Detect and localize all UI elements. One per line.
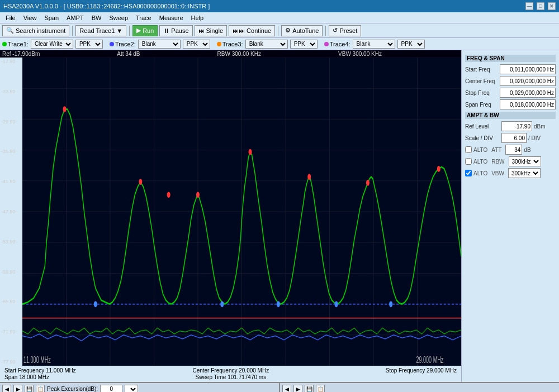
search-instrument-button[interactable]: 🔍 Search instrument [2, 25, 69, 36]
chart-container: Ref -17.90dBm Att 34 dB RBW 300.00 KHz V… [0, 50, 461, 382]
valleys-toolbar: ◀ ▶ 💾 📋 [280, 383, 559, 392]
peaks-save-button[interactable]: 💾 [25, 385, 34, 393]
span-freq-input[interactable] [500, 99, 556, 109]
svg-point-36 [335, 301, 338, 307]
trace2-dot [110, 42, 114, 46]
valleys-copy-button[interactable]: 📋 [316, 385, 325, 393]
auto-att-label: ALTO [473, 147, 487, 153]
rbw-label: RBW [491, 159, 504, 165]
rbw-select[interactable]: 300kHz100kHz30kHz [509, 156, 541, 166]
auto-rbw-checkbox[interactable] [465, 158, 472, 165]
menu-measure[interactable]: Measure [156, 14, 187, 22]
auto-vbw-checkbox[interactable] [465, 170, 472, 176]
menu-bw[interactable]: BW [88, 14, 105, 22]
auto-rbw-label: ALTO [473, 159, 487, 165]
trace3-label: Trace3: [217, 41, 243, 47]
svg-point-31 [366, 180, 369, 186]
bottom-area: ◀ ▶ 💾 📋 Peak Excursion(dB): Peak Number … [0, 382, 559, 392]
maximize-button[interactable]: □ [537, 2, 544, 10]
scale-div-row: Scale / DIV / DIV [465, 133, 556, 143]
menu-help[interactable]: Help [188, 14, 207, 22]
trace3-detect-select[interactable]: PPKRMS [290, 40, 318, 49]
continue-button[interactable]: ⏭⏭ Continue [229, 25, 275, 36]
stop-freq-label: Stop Freq [465, 90, 498, 96]
center-freq-input[interactable] [500, 76, 556, 86]
peaks-prev-button[interactable]: ◀ [2, 385, 11, 393]
trace3-name: Trace3: [222, 41, 243, 47]
trace2-name: Trace2: [115, 41, 136, 47]
trace2-detect-select[interactable]: PPKRMS [183, 40, 210, 49]
menu-bar: File View Span AMPT BW Sweep Trace Measu… [0, 12, 559, 23]
freq-info-left: Start Frequency 11.000 MHz Span 18.000 M… [4, 367, 76, 380]
stop-freq-label: Stop Frequency 29.000 MHz [386, 367, 457, 374]
trace1-detect-select[interactable]: PPKRMSAVG [75, 40, 103, 49]
run-button[interactable]: ▶ Run [132, 25, 158, 36]
minimize-button[interactable]: — [525, 2, 533, 10]
peaks-panel: ◀ ▶ 💾 📋 Peak Excursion(dB): Peak Number … [0, 383, 280, 392]
right-panel: FREQ & SPAN Start Freq Center Freq Stop … [461, 50, 559, 382]
span-freq-label: Span Freq [465, 102, 498, 108]
trace1-dot [2, 42, 7, 46]
ref-level-input[interactable] [501, 121, 532, 131]
menu-trace[interactable]: Trace [132, 14, 155, 22]
att-input[interactable] [505, 145, 522, 155]
ref-level-label: Ref -17.90dBm [2, 51, 40, 57]
preset-button[interactable]: ↺ Preset [329, 25, 361, 36]
svg-point-26 [139, 179, 142, 185]
trace2-mode-select[interactable]: BlankClear Write [138, 40, 181, 49]
peaks-next-button[interactable]: ▶ [13, 385, 22, 393]
svg-point-32 [437, 166, 440, 172]
trace3-mode-select[interactable]: BlankClear Write [245, 40, 288, 49]
start-freq-row: Start Freq [465, 64, 556, 74]
valleys-next-button[interactable]: ▶ [293, 385, 302, 393]
menu-sweep[interactable]: Sweep [106, 14, 131, 22]
trace3-dot [217, 42, 221, 46]
valleys-save-button[interactable]: 💾 [305, 385, 314, 393]
pause-icon: ⏸ [163, 27, 169, 34]
stop-freq-row: Stop Freq [465, 88, 556, 98]
auto-att-checkbox[interactable] [465, 146, 472, 153]
ampt-bw-section-title: AMPT & BW [465, 112, 556, 119]
start-freq-input[interactable] [500, 64, 556, 74]
trace4-mode-select[interactable]: BlankClear Write [353, 40, 395, 49]
pause-button[interactable]: ⏸ Pause [159, 25, 192, 36]
freq-span-section-title: FREQ & SPAN [465, 55, 556, 62]
svg-point-25 [63, 106, 66, 112]
svg-point-33 [94, 301, 97, 307]
single-button[interactable]: ⏭ Single [195, 25, 228, 36]
start-freq-label: Start Frequency 11.000 MHz [4, 367, 76, 374]
rbw-row: ALTO RBW 300kHz100kHz30kHz [465, 156, 556, 166]
menu-span[interactable]: Span [41, 14, 62, 22]
single-icon: ⏭ [198, 27, 205, 34]
trace1-label: Trace1: [2, 41, 29, 47]
freq-info-bar: Start Frequency 11.000 MHz Span 18.000 M… [0, 366, 461, 382]
vbw-select[interactable]: 300kHz100kHz30kHz [508, 168, 541, 178]
center-freq-row: Center Freq [465, 76, 556, 86]
menu-view[interactable]: View [20, 14, 40, 22]
trace1-mode-select[interactable]: Clear WriteBlankMax Hold [31, 40, 73, 49]
trace4-detect-select[interactable]: PPKRMS [397, 40, 425, 49]
preset-icon: ↺ [333, 27, 338, 34]
scale-div-input[interactable] [501, 133, 527, 143]
menu-ampt[interactable]: AMPT [63, 14, 87, 22]
span-freq-label: Span 18.000 MHz [4, 374, 76, 380]
att-unit: dB [524, 147, 530, 153]
trace4-name: Trace4: [330, 41, 350, 47]
sweep-time-label: Sweep Time 101.717470 ms [192, 374, 269, 380]
app-title: HSA2030A V1.0.0.0 - [ USB0::1183::24682:… [3, 3, 210, 9]
autotune-button[interactable]: ⚙ AutoTune [281, 25, 323, 36]
separator [325, 26, 326, 36]
close-button[interactable]: ✕ [548, 2, 556, 10]
excursion-label: Peak Excursion(dB): [47, 386, 98, 392]
att-label: Att 34 dB [117, 51, 140, 57]
menu-file[interactable]: File [2, 14, 19, 22]
stop-freq-input[interactable] [500, 88, 556, 98]
spectrum-chart: 11.000 MHz 29.000 MHz [22, 58, 461, 366]
excursion-unit-select[interactable] [125, 385, 138, 393]
excursion-input[interactable] [100, 385, 122, 393]
valleys-prev-button[interactable]: ◀ [282, 385, 291, 393]
svg-text:29.000 MHz: 29.000 MHz [416, 355, 443, 365]
read-trace-button[interactable]: Read Trace1 ▼ [75, 25, 126, 36]
peaks-copy-button[interactable]: 📋 [36, 385, 45, 393]
trace-bar: Trace1: Clear WriteBlankMax Hold PPKRMSA… [0, 38, 559, 50]
